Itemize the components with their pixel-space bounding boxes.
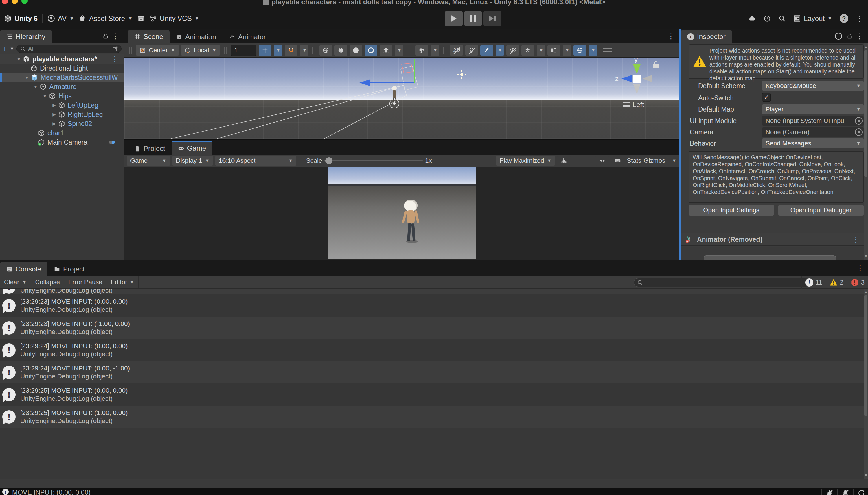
stats-button[interactable]: Stats <box>627 156 641 166</box>
scroll-up-icon[interactable]: ▲ <box>864 290 868 294</box>
kebab-menu-icon[interactable]: ⋮ <box>856 14 863 23</box>
tab-scene[interactable]: Scene <box>128 30 169 44</box>
log-row-partial[interactable]: ! UnityEngine.Debug:Log (object) <box>0 289 868 294</box>
log-row[interactable]: ! [23:29:24] MOVE INPUT: (0.00, -1.00)Un… <box>0 361 868 383</box>
lock-icon[interactable] <box>102 33 109 39</box>
shading-mode-button[interactable] <box>319 45 332 56</box>
log-row[interactable]: ! [23:29:24] MOVE INPUT: (0.00, 0.00)Uni… <box>0 339 868 361</box>
layout-dropdown[interactable]: Layout▼ <box>794 15 832 22</box>
hierarchy-row-char1[interactable]: char1 <box>0 129 124 138</box>
tab-inspector[interactable]: i Inspector <box>681 30 732 44</box>
picker-icon[interactable] <box>112 46 118 52</box>
scale-slider[interactable] <box>324 160 423 161</box>
lock-icon[interactable] <box>847 33 853 39</box>
scene-debug-caret[interactable]: ▼ <box>395 45 403 56</box>
object-picker-icon[interactable] <box>855 129 863 136</box>
camera-preview-icon[interactable] <box>108 138 116 146</box>
tab-animator[interactable]: Animator <box>222 31 272 44</box>
hierarchy-row-hips[interactable]: ▼ Hips <box>0 91 124 101</box>
log-row[interactable]: ! [23:29:23] MOVE INPUT: (0.00, 0.00)Uni… <box>0 294 868 317</box>
unity-menu-button[interactable]: Unity 6 <box>4 15 38 22</box>
scene-debug-button[interactable] <box>380 45 393 56</box>
camera-field[interactable]: None (Camera) <box>762 127 864 137</box>
error-count-badge[interactable]: 3 <box>847 276 868 289</box>
grid-size-input[interactable] <box>231 45 256 56</box>
account-menu-button[interactable]: AV▼ <box>48 15 74 22</box>
snap-settings-button[interactable] <box>285 45 297 56</box>
overlay-menu-icon[interactable] <box>603 48 612 52</box>
scroll-down-icon[interactable]: ▼ <box>864 473 868 478</box>
animator-removed-header[interactable]: Animator (Removed) ⋮ <box>681 233 864 246</box>
hierarchy-row-mechabarbs[interactable]: ▼ MechaBarbsSuccessfullW <box>0 73 124 82</box>
open-input-debugger-button[interactable]: Open Input Debugger <box>778 205 864 216</box>
foldout-icon[interactable]: ▶ <box>50 112 58 117</box>
cloud-icon[interactable] <box>748 15 756 22</box>
hierarchy-row-main-camera[interactable]: Main Camera <box>0 138 124 147</box>
axis-z-cone[interactable] <box>621 75 632 82</box>
toolbar-drag-handle[interactable] <box>313 47 315 54</box>
play-button[interactable] <box>445 11 463 26</box>
grid-visibility-caret[interactable]: ▼ <box>274 45 282 56</box>
sun-gizmo-icon[interactable] <box>460 73 463 76</box>
scene-camera-settings-button[interactable] <box>416 45 428 56</box>
layers-caret[interactable]: ▼ <box>537 45 545 56</box>
default-map-dropdown[interactable]: Player▼ <box>762 104 864 114</box>
scrollbar-thumb[interactable] <box>864 295 867 416</box>
axis-center-cube[interactable] <box>633 74 641 83</box>
console-menu-icon[interactable]: ⋮ <box>856 264 864 273</box>
grid-visibility-button[interactable] <box>258 45 271 56</box>
editor-dropdown[interactable]: Editor▼ <box>106 276 138 288</box>
layers-button[interactable] <box>521 45 534 56</box>
scroll-down-icon[interactable]: ▼ <box>864 254 868 258</box>
pause-button[interactable] <box>464 11 482 26</box>
gizmo-lock-icon[interactable] <box>653 62 658 68</box>
console-search[interactable] <box>634 278 811 287</box>
status-bar[interactable]: ! MOVE INPUT: (0.00, 0.00) <box>0 488 868 495</box>
toolbar-drag-handle[interactable] <box>224 47 227 54</box>
asset-store-button[interactable]: Asset Store▼ <box>79 15 133 22</box>
object-picker-icon[interactable] <box>855 117 863 125</box>
virtual-keyboard-button[interactable] <box>611 156 624 166</box>
scene-effects-caret[interactable]: ▼ <box>496 45 504 56</box>
foldout-icon[interactable]: ▼ <box>15 57 22 62</box>
search-icon[interactable] <box>778 15 786 22</box>
game-debug-button[interactable] <box>557 156 571 166</box>
scene-lighting-toggle-button[interactable] <box>465 45 478 56</box>
console-search-input[interactable] <box>646 279 807 286</box>
hierarchy-row-rightupleg[interactable]: ▶ RightUpLeg <box>0 110 124 119</box>
hierarchy-row-directional-light[interactable]: Directional Light <box>0 64 124 73</box>
hierarchy-row-spine02[interactable]: ▶ Spine02 <box>0 119 124 129</box>
hierarchy-search-input[interactable] <box>28 46 110 52</box>
gizmo-z-arrow[interactable] <box>360 79 370 86</box>
history-icon[interactable] <box>763 15 771 22</box>
default-scheme-dropdown[interactable]: Keyboard&Mouse▼ <box>762 81 864 91</box>
lighting-sphere-button[interactable] <box>350 45 362 56</box>
unity-vcs-button[interactable]: Unity VCS▼ <box>149 15 199 22</box>
scene-gizmos-button[interactable] <box>573 45 586 56</box>
inspector-scrollbar[interactable]: ▲ ▼ <box>864 44 868 260</box>
foldout-icon[interactable]: ▼ <box>23 75 31 80</box>
add-object-button[interactable]: + <box>2 46 7 52</box>
toolbar-drag-handle[interactable] <box>443 47 446 54</box>
view-orientation-label[interactable]: Left <box>623 101 644 109</box>
scene-camera-caret[interactable]: ▼ <box>431 45 439 56</box>
tab-console[interactable]: Console <box>0 262 48 276</box>
tab-animation[interactable]: Animation <box>169 31 222 44</box>
add-component-button[interactable]: Add Component <box>704 255 836 260</box>
console-scrollbar[interactable]: ▲ ▼ <box>864 289 868 479</box>
game-viewport[interactable] <box>124 167 679 260</box>
hierarchy-search[interactable] <box>16 45 121 53</box>
scene-visibility-button[interactable] <box>506 45 519 56</box>
ui-input-module-field[interactable]: None (Input System UI Inpu <box>762 116 864 126</box>
pivot-mode-dropdown[interactable]: Center▼ <box>136 45 179 56</box>
package-manager-button[interactable] <box>137 15 145 22</box>
tab-project[interactable]: Project <box>128 142 171 155</box>
mute-audio-button[interactable] <box>596 156 609 166</box>
scale-slider-thumb[interactable] <box>326 157 332 164</box>
2d-toggle-button[interactable]: 2D <box>450 45 463 56</box>
split-view-button[interactable] <box>547 45 560 56</box>
log-row[interactable]: ! [23:29:25] MOVE INPUT: (0.00, 0.00)Uni… <box>0 383 868 406</box>
display-target-dropdown[interactable]: Game▼ <box>127 156 170 166</box>
display-dropdown[interactable]: Display 1▼ <box>172 156 213 166</box>
notifications-muted-icon[interactable] <box>842 489 849 495</box>
